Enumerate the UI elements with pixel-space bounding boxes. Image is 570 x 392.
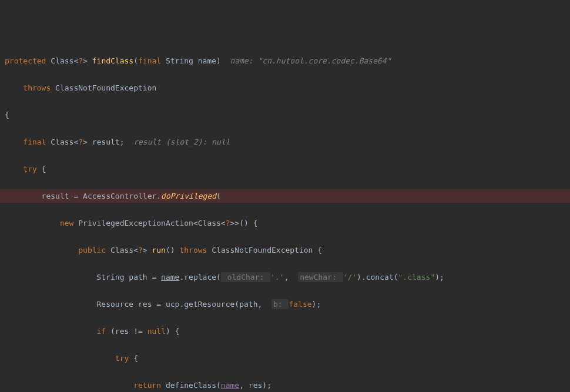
code-line-8[interactable]: public Class<?> run() throws ClassNotFou…: [0, 243, 570, 257]
code-line-1[interactable]: protected Class<?> findClass(final Strin…: [0, 54, 570, 68]
param-hint: oldChar:: [221, 272, 270, 282]
code-line-2[interactable]: throws ClassNotFoundException: [0, 81, 570, 95]
code-line-3[interactable]: {: [0, 108, 570, 122]
code-line-6-breakpoint[interactable]: result = AccessController.doPrivileged(: [0, 189, 570, 203]
code-line-10[interactable]: Resource res = ucp.getResource(path, b: …: [0, 297, 570, 311]
code-line-7[interactable]: new PrivilegedExceptionAction<Class<?>>(…: [0, 216, 570, 230]
code-line-9[interactable]: String path = name.replace( oldChar: '.'…: [0, 270, 570, 284]
param-hint: b:: [271, 299, 289, 309]
code-line-13[interactable]: return defineClass(name, res);: [0, 378, 570, 392]
code-line-11[interactable]: if (res != null) {: [0, 324, 570, 338]
debug-hint: result (slot_2): null: [133, 138, 230, 146]
param-hint: newChar:: [298, 272, 343, 282]
code-line-5[interactable]: try {: [0, 162, 570, 176]
debug-hint: name: "cn.hutool.core.codec.Base64": [230, 56, 391, 65]
code-line-4[interactable]: final Class<?> result; result (slot_2): …: [0, 135, 570, 149]
code-line-12[interactable]: try {: [0, 351, 570, 365]
